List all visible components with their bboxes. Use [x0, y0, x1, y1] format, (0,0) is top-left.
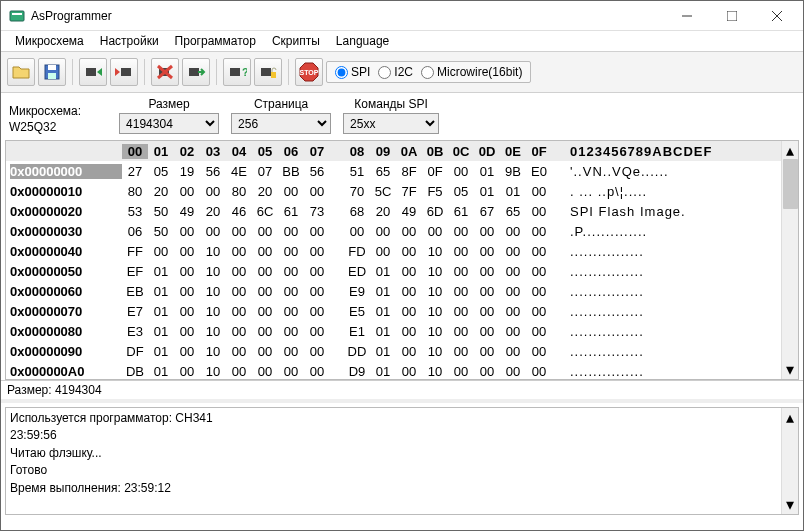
- hex-byte[interactable]: DD: [344, 344, 370, 359]
- hex-byte[interactable]: 00: [526, 184, 552, 199]
- hex-byte[interactable]: 00: [252, 364, 278, 379]
- hex-row[interactable]: 0x000000108020000080200000705C7FF5050101…: [6, 181, 798, 201]
- hex-scrollbar[interactable]: ▴ ▾: [781, 141, 798, 379]
- hex-byte[interactable]: 00: [448, 224, 474, 239]
- hex-byte[interactable]: 00: [500, 264, 526, 279]
- hex-byte[interactable]: 56: [200, 164, 226, 179]
- hex-byte[interactable]: 51: [344, 164, 370, 179]
- hex-byte[interactable]: 73: [304, 204, 330, 219]
- hex-byte[interactable]: 10: [422, 324, 448, 339]
- hex-byte[interactable]: 00: [226, 264, 252, 279]
- hex-byte[interactable]: 00: [304, 244, 330, 259]
- hex-row[interactable]: 0x00000080E301001000000000E1010010000000…: [6, 321, 798, 341]
- hex-byte[interactable]: 00: [226, 324, 252, 339]
- erase-chip-button[interactable]: [151, 58, 179, 86]
- hex-byte[interactable]: 00: [396, 304, 422, 319]
- hex-byte[interactable]: 00: [304, 284, 330, 299]
- hex-byte[interactable]: 00: [526, 284, 552, 299]
- hex-byte[interactable]: 00: [252, 284, 278, 299]
- hex-byte[interactable]: 00: [526, 204, 552, 219]
- hex-byte[interactable]: 01: [148, 324, 174, 339]
- hex-byte[interactable]: 70: [344, 184, 370, 199]
- hex-byte[interactable]: ED: [344, 264, 370, 279]
- hex-byte[interactable]: FF: [122, 244, 148, 259]
- read-chip-button[interactable]: [79, 58, 107, 86]
- hex-byte[interactable]: 05: [448, 184, 474, 199]
- splitter[interactable]: [1, 399, 803, 403]
- hex-byte[interactable]: 00: [252, 244, 278, 259]
- radio-microwire[interactable]: Microwire(16bit): [421, 65, 522, 79]
- hex-byte[interactable]: 61: [278, 204, 304, 219]
- hex-byte[interactable]: 00: [474, 244, 500, 259]
- write-chip-button[interactable]: [110, 58, 138, 86]
- hex-byte[interactable]: 00: [226, 364, 252, 379]
- hex-row[interactable]: 0x00000000270519564E07BB5651658F0F00019B…: [6, 161, 798, 181]
- hex-byte[interactable]: 50: [148, 204, 174, 219]
- hex-byte[interactable]: 00: [526, 244, 552, 259]
- hex-byte[interactable]: 00: [396, 344, 422, 359]
- hex-byte[interactable]: 00: [226, 304, 252, 319]
- hex-row[interactable]: 0x00000040FF00001000000000FD000010000000…: [6, 241, 798, 261]
- hex-byte[interactable]: 00: [396, 284, 422, 299]
- hex-byte[interactable]: DB: [122, 364, 148, 379]
- hex-byte[interactable]: 00: [396, 324, 422, 339]
- hex-byte[interactable]: 00: [474, 284, 500, 299]
- cmd-select[interactable]: 25xx: [343, 113, 439, 134]
- hex-byte[interactable]: 00: [448, 324, 474, 339]
- hex-byte[interactable]: 00: [200, 184, 226, 199]
- hex-byte[interactable]: BB: [278, 164, 304, 179]
- hex-row[interactable]: 0x00000090DF01001000000000DD010010000000…: [6, 341, 798, 361]
- hex-byte[interactable]: 00: [370, 224, 396, 239]
- hex-byte[interactable]: 06: [122, 224, 148, 239]
- menu-scripts[interactable]: Скрипты: [264, 33, 328, 49]
- hex-byte[interactable]: E0: [526, 164, 552, 179]
- hex-byte[interactable]: FD: [344, 244, 370, 259]
- hex-byte[interactable]: 00: [500, 224, 526, 239]
- hex-byte[interactable]: 00: [422, 224, 448, 239]
- hex-byte[interactable]: 00: [252, 344, 278, 359]
- hex-byte[interactable]: 80: [122, 184, 148, 199]
- close-button[interactable]: [754, 1, 799, 30]
- hex-byte[interactable]: 00: [448, 264, 474, 279]
- hex-byte[interactable]: 00: [226, 244, 252, 259]
- hex-byte[interactable]: 8F: [396, 164, 422, 179]
- hex-byte[interactable]: 00: [526, 304, 552, 319]
- detect-chip-button[interactable]: ?: [223, 58, 251, 86]
- hex-byte[interactable]: 01: [370, 364, 396, 379]
- radio-spi[interactable]: SPI: [335, 65, 370, 79]
- hex-byte[interactable]: 01: [370, 344, 396, 359]
- hex-byte[interactable]: E1: [344, 324, 370, 339]
- hex-byte[interactable]: 00: [278, 304, 304, 319]
- unlock-chip-button[interactable]: [254, 58, 282, 86]
- minimize-button[interactable]: [664, 1, 709, 30]
- hex-byte[interactable]: 10: [422, 344, 448, 359]
- hex-byte[interactable]: 00: [396, 244, 422, 259]
- hex-byte[interactable]: DF: [122, 344, 148, 359]
- hex-byte[interactable]: 00: [278, 264, 304, 279]
- radio-i2c[interactable]: I2C: [378, 65, 413, 79]
- hex-byte[interactable]: 00: [252, 264, 278, 279]
- hex-byte[interactable]: 01: [148, 304, 174, 319]
- menu-chip[interactable]: Микросхема: [7, 33, 92, 49]
- hex-byte[interactable]: 00: [278, 244, 304, 259]
- hex-byte[interactable]: 10: [200, 264, 226, 279]
- hex-row[interactable]: 0x0000002053504920466C61736820496D616765…: [6, 201, 798, 221]
- hex-byte[interactable]: 0F: [422, 164, 448, 179]
- hex-byte[interactable]: 53: [122, 204, 148, 219]
- page-select[interactable]: 256: [231, 113, 331, 134]
- maximize-button[interactable]: [709, 1, 754, 30]
- hex-byte[interactable]: 00: [304, 184, 330, 199]
- save-file-button[interactable]: [38, 58, 66, 86]
- hex-byte[interactable]: 00: [174, 224, 200, 239]
- hex-row[interactable]: 0x00000050EF01001000000000ED010010000000…: [6, 261, 798, 281]
- hex-byte[interactable]: D9: [344, 364, 370, 379]
- scroll-up-icon[interactable]: ▴: [783, 410, 798, 425]
- menu-settings[interactable]: Настройки: [92, 33, 167, 49]
- hex-byte[interactable]: 00: [396, 224, 422, 239]
- log-scrollbar[interactable]: ▴ ▾: [781, 408, 798, 514]
- hex-byte[interactable]: 00: [500, 244, 526, 259]
- hex-byte[interactable]: 00: [278, 364, 304, 379]
- scroll-down-icon[interactable]: ▾: [783, 362, 798, 377]
- hex-byte[interactable]: 00: [226, 224, 252, 239]
- hex-byte[interactable]: 00: [474, 224, 500, 239]
